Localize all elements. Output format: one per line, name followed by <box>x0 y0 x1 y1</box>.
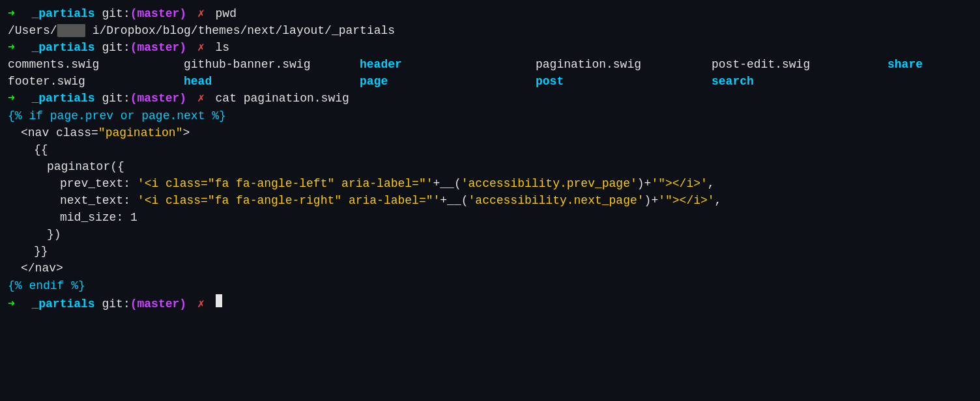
code-line-9: }} <box>8 243 972 260</box>
code-line-11: {% endif %} <box>8 277 972 294</box>
terminal: ➜ _partials git: (master) ✗ pwd /Users/█… <box>8 5 972 312</box>
line-cat-prompt: ➜ _partials git: (master) ✗ cat paginati… <box>8 90 972 107</box>
prompt-git-2: git: <box>95 39 130 56</box>
prompt-dir-2: _partials <box>31 39 94 56</box>
code-curly-open: {{ <box>34 141 48 158</box>
code-paginator-open: paginator({ <box>47 158 124 175</box>
ls-file-pagination: pagination.swig <box>536 56 712 73</box>
ls-file-comments: comments.swig <box>8 56 184 73</box>
code-prev-text: prev_text: '<i class="fa fa-angle-left" … <box>60 175 715 192</box>
terminal-cursor <box>216 294 222 307</box>
ls-file-head: head <box>184 73 360 90</box>
prompt-dir-3: _partials <box>31 90 94 107</box>
code-nav-close: </nav> <box>21 260 63 277</box>
code-line-6: next_text: '<i class="fa fa-angle-right"… <box>8 192 972 209</box>
line-pwd-prompt: ➜ _partials git: (master) ✗ pwd <box>8 5 972 22</box>
line-ls-prompt: ➜ _partials git: (master) ✗ ls <box>8 39 972 56</box>
code-curly-close: }} <box>34 243 48 260</box>
prompt-arrow-2: ➜ <box>8 39 15 56</box>
code-nav-open: <nav class="pagination"> <box>21 124 190 141</box>
prompt-x-4: ✗ <box>190 296 205 312</box>
code-line-10: </nav> <box>8 260 972 277</box>
code-template-endif: {% endif %} <box>8 277 85 294</box>
code-line-2: <nav class="pagination"> <box>8 124 972 141</box>
ls-output-row2: footer.swig head page post search <box>8 73 972 90</box>
prompt-x-2: ✗ <box>190 39 205 56</box>
ls-file-post-edit: post-edit.swig <box>712 56 887 73</box>
code-line-4: paginator({ <box>8 158 972 175</box>
cmd-ls: ls <box>209 39 229 56</box>
prompt-branch-2: (master) <box>130 39 186 56</box>
code-line-3: {{ <box>8 141 972 158</box>
cmd-empty <box>209 296 216 312</box>
ls-file-header: header <box>360 56 536 73</box>
prompt-branch-4: (master) <box>130 296 186 312</box>
cmd-cat: cat pagination.swig <box>209 90 349 107</box>
code-line-8: }) <box>8 226 972 243</box>
code-line-7: mid_size: 1 <box>8 209 972 226</box>
prompt-branch-3: (master) <box>130 90 186 107</box>
code-line-1: {% if page.prev or page.next %} <box>8 107 972 124</box>
path-output: /Users/████ i/Dropbox/blog/themes/next/l… <box>8 22 395 39</box>
ls-file-share: share <box>887 56 972 73</box>
ls-file-post: post <box>536 73 712 90</box>
code-next-text: next_text: '<i class="fa fa-angle-right"… <box>60 192 721 209</box>
prompt-dir-1: _partials <box>31 5 94 22</box>
line-path-output: /Users/████ i/Dropbox/blog/themes/next/l… <box>8 22 972 39</box>
ls-file-footer: footer.swig <box>8 73 184 90</box>
ls-file-search: search <box>712 73 887 90</box>
prompt-git-3: git: <box>95 90 130 107</box>
ls-file-github-banner: github-banner.swig <box>184 56 360 73</box>
prompt-git-1: git: <box>95 5 130 22</box>
prompt-dir-4: _partials <box>31 296 94 312</box>
prompt-x-3: ✗ <box>190 90 205 107</box>
code-mid-size: mid_size: 1 <box>60 209 137 226</box>
code-output-block: {% if page.prev or page.next %} <nav cla… <box>8 107 972 294</box>
ls-output-row1: comments.swig github-banner.swig header … <box>8 56 972 73</box>
prompt-arrow-4: ➜ <box>8 296 15 312</box>
line-final-prompt: ➜ _partials git: (master) ✗ <box>8 294 972 312</box>
prompt-arrow-1: ➜ <box>8 5 15 22</box>
prompt-git-4: git: <box>95 296 130 312</box>
prompt-arrow-3: ➜ <box>8 90 15 107</box>
ls-file-page: page <box>360 73 536 90</box>
prompt-branch-1: (master) <box>130 5 186 22</box>
code-paginator-close: }) <box>47 226 61 243</box>
prompt-x-1: ✗ <box>190 5 205 22</box>
code-line-5: prev_text: '<i class="fa fa-angle-left" … <box>8 175 972 192</box>
code-template-if: {% if page.prev or page.next %} <box>8 107 226 124</box>
cmd-pwd: pwd <box>209 5 237 22</box>
